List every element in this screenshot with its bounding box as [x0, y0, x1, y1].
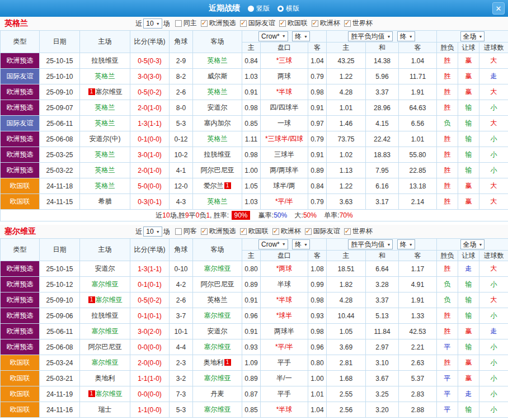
- match-score: 0-5(0-3): [130, 53, 170, 69]
- result-handicap: 输: [458, 339, 479, 355]
- scope-select[interactable]: 全场▼: [460, 239, 485, 249]
- home-team: 安道尔: [80, 261, 130, 277]
- chevron-down-icon: ▼: [409, 243, 413, 247]
- result-handicap: 赢: [458, 371, 479, 386]
- odds-time-select[interactable]: 终▼: [292, 31, 310, 41]
- handicap-away-odds: 0.91: [308, 147, 327, 163]
- match-date: 25-09-07: [40, 100, 80, 116]
- view-vertical-radio[interactable]: 竖版: [248, 4, 270, 13]
- filter-checkbox[interactable]: 国际友谊: [240, 18, 275, 28]
- match-type: 欧国联: [1, 371, 40, 386]
- filter-checkbox[interactable]: 欧国联: [240, 226, 269, 236]
- result-goals: 小: [479, 277, 508, 292]
- avg-away-odds: 2.63: [399, 355, 437, 371]
- col-score: 比分(半场): [130, 239, 170, 261]
- col-avg-draw: 和: [366, 251, 399, 261]
- red-card-badge: 1: [224, 182, 231, 189]
- filter-checkbox[interactable]: 欧洲预选: [201, 226, 236, 236]
- away-team: 奥地利1: [193, 355, 242, 371]
- result-handicap: 赢: [458, 194, 479, 210]
- match-row: 国际友谊25-06-11英格兰1-3(1-1)5-3塞内加尔0.85一球0.97…: [1, 116, 508, 131]
- match-type: 欧洲预选: [1, 100, 40, 116]
- avg-draw-odds: 14.38: [366, 53, 399, 69]
- odds-source-select[interactable]: Crow*▼: [258, 239, 288, 249]
- recent-count-select[interactable]: 10▼: [143, 226, 162, 237]
- filter-checkbox[interactable]: 欧洲杯: [312, 18, 340, 28]
- odds-time-select[interactable]: 终▼: [292, 239, 310, 249]
- match-type: 欧洲预选: [1, 308, 40, 324]
- match-type: 欧国联: [1, 194, 40, 210]
- chevron-down-icon: ▼: [304, 243, 308, 247]
- home-team: 英格兰: [80, 147, 130, 163]
- result-goals: 小: [479, 371, 508, 386]
- team-label: 英格兰: [95, 72, 115, 80]
- handicap-away-odds: 0.84: [308, 178, 327, 194]
- filter-checkbox[interactable]: 世界杯: [344, 18, 373, 28]
- col-away: 客场: [193, 31, 242, 53]
- filter-checkbox[interactable]: 欧洲杯: [272, 226, 301, 236]
- checkbox-icon: [344, 20, 351, 27]
- filter-checkbox[interactable]: 世界杯: [344, 226, 373, 236]
- col-home: 主场: [80, 31, 130, 53]
- match-score: 0-0(0-0): [130, 386, 170, 402]
- away-team: 塞尔维亚: [193, 308, 242, 324]
- handicap-home-odds: 1.05: [242, 178, 261, 194]
- col-avg-home: 主: [327, 43, 366, 53]
- home-team: 塞尔维亚: [80, 277, 130, 292]
- team-label: 塞尔维亚: [204, 405, 231, 413]
- match-score: 0-0(0-0): [130, 339, 170, 355]
- team-label: 丹麦: [211, 390, 224, 398]
- view-horizontal-radio[interactable]: 横版: [277, 4, 299, 13]
- handicap-home-odds: 0.98: [242, 147, 261, 163]
- team-label: 拉脱维亚: [92, 56, 119, 64]
- corner-count: 0-12: [170, 131, 193, 147]
- handicap-away-odds: 0.79: [308, 131, 327, 147]
- handicap-home-odds: 1.11: [242, 131, 261, 147]
- filter-checkbox[interactable]: 欧洲预选: [201, 18, 236, 28]
- match-date: 25-03-21: [40, 371, 80, 386]
- filter-checkbox[interactable]: 欧国联: [279, 18, 308, 28]
- away-team: 丹麦: [193, 386, 242, 402]
- handicap-line: 四/四球半: [261, 100, 308, 116]
- filter-checkbox-label: 国际友谊: [313, 226, 340, 236]
- home-team: 阿尔巴尼亚: [80, 339, 130, 355]
- match-row: 欧洲预选25-06-08阿尔巴尼亚0-0(0-0)4-4塞尔维亚0.93*平/半…: [1, 339, 508, 355]
- avg-home-odds: 3.69: [327, 339, 366, 355]
- handicap-line: 平手: [261, 355, 308, 371]
- col-odds-home: 主: [242, 43, 261, 53]
- avg-odds-select[interactable]: 胜平负均值▼: [348, 31, 393, 41]
- avg-time-select[interactable]: 终▼: [397, 239, 415, 249]
- result-handicap: 输: [458, 402, 479, 418]
- recent-count-select[interactable]: 10▼: [143, 18, 162, 29]
- odds-source-select[interactable]: Crow*▼: [258, 31, 288, 41]
- match-date: 25-09-06: [40, 308, 80, 324]
- filter-checkbox[interactable]: 国际友谊: [305, 226, 340, 236]
- avg-time-select[interactable]: 终▼: [397, 31, 415, 41]
- close-button[interactable]: ✕: [492, 2, 505, 15]
- avg-odds-select[interactable]: 胜平负均值▼: [348, 239, 393, 249]
- avg-draw-odds: 5.96: [366, 69, 399, 84]
- filter-checkbox[interactable]: 同客: [175, 226, 197, 236]
- match-score: 0-3(0-1): [130, 194, 170, 210]
- handicap-line: *球半: [261, 308, 308, 324]
- handicap-home-odds: 1.03: [242, 194, 261, 210]
- result-handicap: 赢: [458, 355, 479, 371]
- handicap-line: 两/两球半: [261, 163, 308, 178]
- team-label: 塞尔维亚: [204, 374, 231, 382]
- table-header-row-1: 类型 日期 主场 比分(半场) 角球 客场 Crow*▼ 终▼ 胜平负均值▼ 终…: [1, 239, 508, 251]
- scope-select[interactable]: 全场▼: [460, 31, 485, 41]
- avg-home-odds: 73.75: [327, 131, 366, 147]
- result-outcome: 胜: [437, 308, 458, 324]
- match-row: 欧国联24-11-191塞尔维亚0-0(0-0)7-3丹麦0.87平手1.012…: [1, 386, 508, 402]
- result-outcome: 负: [437, 292, 458, 308]
- match-score: 1-3(1-1): [130, 261, 170, 277]
- filter-checkbox[interactable]: 同主: [175, 18, 197, 28]
- match-type: 欧洲预选: [1, 339, 40, 355]
- match-row: 欧洲预选25-06-08安道尔(中)0-1(0-0)0-12英格兰1.11*三球…: [1, 131, 508, 147]
- result-goals: 小: [479, 355, 508, 371]
- handicap-line: *三球: [261, 53, 308, 69]
- title-bar: 近期战绩 竖版 横版 ✕: [0, 0, 508, 17]
- filter-checkbox-label: 欧国联: [248, 226, 269, 236]
- team-label: 英格兰: [208, 88, 228, 96]
- handicap-line: 半/一: [261, 371, 308, 386]
